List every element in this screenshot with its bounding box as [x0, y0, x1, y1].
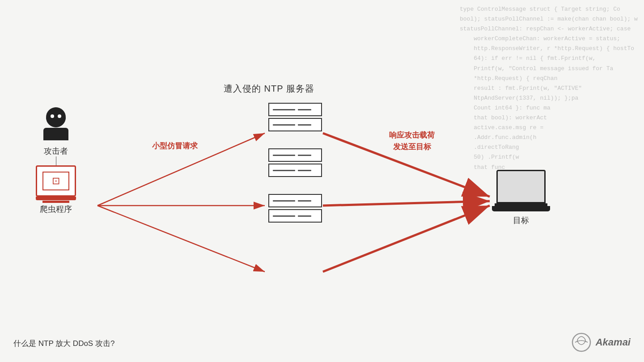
code-line-4: workerCompleteChan: workerActive = statu… [460, 34, 640, 44]
server-line-2a [273, 155, 295, 156]
code-line-1: type ControlMessage struct { Target stri… [460, 4, 640, 14]
bot-face-icon: ⊡ [52, 175, 60, 187]
laptop-screen [496, 170, 546, 203]
code-line-16: 50) .Printf(w [460, 152, 640, 162]
code-line-10: NtpAndServer(1337, nil)); };pa [460, 93, 640, 103]
laptop-base [492, 206, 550, 211]
code-line-13: active.case.msg re = [460, 123, 640, 133]
akamai-circle-icon [571, 332, 592, 353]
attacker-group: 攻击者 ⊡ 爬虫程序 [36, 107, 76, 215]
code-line-14: .Addr.func.admin(h [460, 133, 640, 143]
response-label-line1: 响应攻击载荷 [389, 130, 435, 141]
hacker-head [46, 107, 66, 127]
server-line-2d [298, 170, 311, 171]
server-pair-2 [268, 148, 322, 177]
ntp-server-label: 遭入侵的 NTP 服务器 [224, 83, 314, 95]
bot-computer-icon: ⊡ [36, 165, 76, 197]
small-request-label: 小型仿冒请求 [152, 141, 198, 151]
hacker-icon [40, 107, 72, 143]
hacker-eye-right [58, 114, 61, 118]
response-label: 响应攻击载荷 发送至目标 [389, 130, 435, 152]
response-label-line2: 发送至目标 [389, 141, 435, 153]
server-box-3a [268, 194, 322, 207]
code-line-6: 64): if err != nil { fmt.Fprintf(w, [460, 54, 640, 63]
server-line-3d [298, 215, 311, 217]
hacker-eyes [51, 114, 61, 118]
server-pair-3 [268, 194, 322, 223]
code-line-5: http.ResponseWriter, r *http.Request) { … [460, 44, 640, 54]
code-line-12: that bool): workerAct [460, 113, 640, 123]
server-pair-1 [268, 103, 322, 131]
akamai-logo: Akamai [571, 332, 631, 353]
svg-line-7 [323, 206, 490, 272]
server-line-3a [273, 200, 295, 202]
code-line-17: that func [460, 163, 640, 173]
code-line-11: Count int64 }: func ma [460, 103, 640, 113]
svg-line-6 [323, 201, 490, 206]
dash-line [56, 156, 56, 165]
target-label: 目标 [513, 215, 529, 226]
server-line-1b [298, 109, 311, 110]
servers-group [268, 103, 322, 223]
akamai-name: Akamai [596, 337, 631, 348]
code-line-3: statusPollChannel: respChan <- workerAct… [460, 24, 640, 34]
code-line-9: result : fmt.Fprint(w, "ACTIVE" [460, 84, 640, 93]
server-box-1b [268, 118, 322, 131]
server-line-3c [273, 215, 295, 217]
server-line-2b [298, 155, 311, 156]
code-line-2: bool); statusPollChannel := make(chan ch… [460, 14, 640, 24]
bot-foot [42, 201, 69, 203]
server-line-2c [273, 170, 295, 171]
code-line-7: Printf(w, "Control message issued for Ta [460, 64, 640, 74]
code-line-8: *http.Request) { reqChan [460, 74, 640, 84]
svg-line-4 [97, 206, 265, 272]
server-line-1c [273, 124, 295, 126]
bot-base [36, 197, 76, 200]
server-line-1a [273, 109, 295, 110]
server-box-2b [268, 164, 322, 177]
bottom-title: 什么是 NTP 放大 DDoS 攻击? [13, 338, 114, 349]
server-line-3b [298, 200, 311, 202]
server-line-1d [298, 124, 311, 126]
code-background: type ControlMessage struct { Target stri… [456, 0, 644, 362]
hacker-eye-left [51, 114, 54, 118]
target-group: 目标 [492, 170, 550, 226]
server-box-3b [268, 209, 322, 223]
server-box-2a [268, 148, 322, 162]
bot-label: 爬虫程序 [40, 204, 72, 215]
hacker-body [43, 128, 68, 140]
bot-screen: ⊡ [42, 172, 69, 190]
code-line-15: .directToRang [460, 143, 640, 152]
attacker-label: 攻击者 [44, 146, 68, 156]
server-box-1a [268, 103, 322, 116]
laptop-icon [492, 170, 550, 211]
